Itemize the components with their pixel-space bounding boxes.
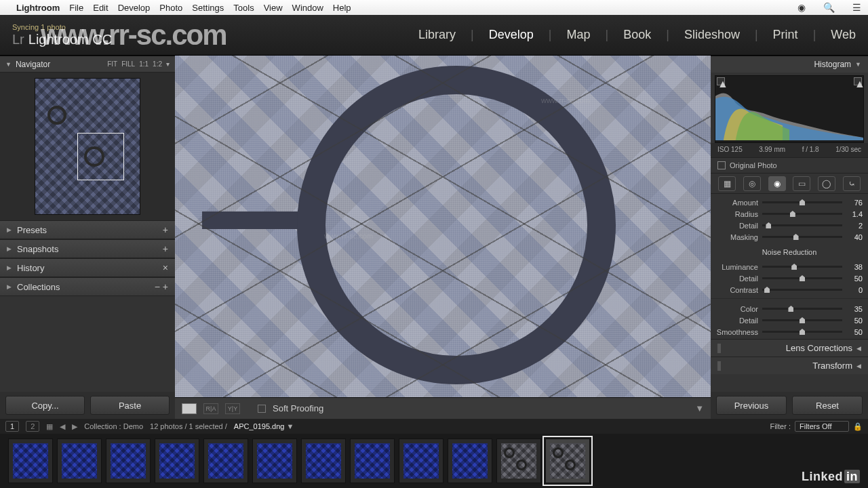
primary-display-button[interactable]: 1 (5, 421, 19, 432)
zoom-menu-icon[interactable]: ▾ (166, 60, 170, 68)
nav-back-icon[interactable]: ◀ (60, 422, 65, 431)
zoom-ratio[interactable]: 1:2 (153, 60, 162, 68)
module-library[interactable]: Library (418, 25, 456, 45)
radial-filter-icon[interactable]: ◯ (818, 176, 835, 191)
menu-edit[interactable]: Edit (93, 3, 108, 13)
cc-status-icon[interactable]: ◉ (797, 2, 806, 13)
menu-view[interactable]: View (264, 3, 283, 13)
menu-window[interactable]: Window (292, 3, 323, 13)
module-book[interactable]: Book (623, 25, 651, 45)
module-web[interactable]: Web (831, 25, 856, 45)
menu-file[interactable]: File (69, 3, 83, 13)
slider-noise-contrast[interactable]: Contrast0 (716, 284, 863, 296)
previous-button[interactable]: Previous (716, 396, 787, 415)
lens-corrections-panel[interactable]: Lens Corrections◀ (711, 339, 868, 357)
slider-colornr-detail[interactable]: Detail50 (716, 314, 863, 326)
slider-sharpen-masking[interactable]: Masking40 (716, 231, 863, 243)
slider-sharpen-detail[interactable]: Detail2 (716, 220, 863, 231)
linkedin-watermark: Linkedin (802, 470, 860, 484)
filmstrip-thumb[interactable] (8, 439, 53, 483)
filmstrip: 1 2 ▦ ◀ ▶ Collection : Demo 12 photos / … (0, 419, 868, 488)
identity-plate: Syncing 1 photo LrLightroom CC (12, 24, 112, 46)
chevron-right-icon: ▶ (7, 245, 12, 252)
slider-colornr-color[interactable]: Color35 (716, 303, 863, 314)
filter-lock-icon[interactable]: 🔒 (853, 422, 863, 431)
left-section-presets[interactable]: ▶Presets+ (0, 220, 175, 239)
copy-settings-button[interactable]: Copy... (5, 396, 85, 415)
navigator-title: Navigator (16, 60, 50, 69)
crop-tool-icon[interactable]: ▦ (718, 176, 736, 191)
filmstrip-thumb[interactable] (155, 439, 199, 483)
mac-menubar: Lightroom File Edit Develop Photo Settin… (0, 0, 868, 15)
filmstrip-thumb[interactable] (203, 439, 248, 483)
secondary-display-button[interactable]: 2 (26, 421, 39, 432)
soft-proofing-checkbox[interactable] (258, 405, 266, 413)
menu-app[interactable]: Lightroom (16, 3, 60, 13)
brush-tool-icon[interactable]: ⤿ (843, 176, 861, 191)
filename-label: APC_0195.dng (234, 422, 285, 430)
module-map[interactable]: Map (566, 25, 590, 45)
zoom-fill[interactable]: FILL (121, 60, 135, 68)
zoom-1to1[interactable]: 1:1 (139, 60, 149, 68)
filmstrip-thumb[interactable] (496, 439, 541, 483)
filter-preset-dropdown[interactable]: Filters Off (795, 421, 849, 432)
navigator-preview[interactable] (0, 73, 175, 220)
slider-noise-luminance[interactable]: Luminance38 (716, 261, 863, 272)
histogram-graph[interactable]: ▲ ▲ (715, 75, 864, 143)
develop-tool-strip: ▦ ◎ ◉ ▭ ◯ ⤿ (711, 174, 868, 194)
slider-colornr-smoothness[interactable]: Smoothness50 (716, 326, 863, 338)
spot-tool-icon[interactable]: ◎ (743, 176, 761, 191)
left-section-collections[interactable]: ▶Collections− + (0, 277, 175, 296)
navigator-header[interactable]: ▼ Navigator FIT FILL 1:1 1:2 ▾ (0, 56, 175, 73)
filmstrip-thumb[interactable] (448, 439, 492, 483)
filmstrip-thumb[interactable] (252, 439, 297, 483)
left-panel: ▼ Navigator FIT FILL 1:1 1:2 ▾ ▶Presets+… (0, 56, 175, 419)
menu-develop[interactable]: Develop (118, 3, 151, 13)
image-canvas[interactable]: www.rr-sc.com www.rr-sc.com (175, 56, 711, 397)
zoom-fit[interactable]: FIT (107, 60, 117, 68)
menu-extras-icon[interactable]: ☰ (852, 2, 861, 13)
toolbar-menu-icon[interactable]: ▼ (695, 403, 704, 413)
slider-sharpen-radius[interactable]: Radius1.4 (716, 208, 863, 220)
before-after-tb-icon[interactable]: Y|Y (225, 403, 240, 414)
histogram-header[interactable]: Histogram▼ (711, 56, 868, 73)
menu-tools[interactable]: Tools (233, 3, 254, 13)
original-photo-label: Original Photo (730, 161, 777, 169)
menu-photo[interactable]: Photo (159, 3, 182, 13)
slider-noise-detail[interactable]: Detail50 (716, 272, 863, 284)
transform-panel[interactable]: Transform◀ (711, 357, 868, 374)
grad-filter-icon[interactable]: ▭ (793, 176, 810, 191)
nav-fwd-icon[interactable]: ▶ (72, 422, 77, 431)
module-print[interactable]: Print (773, 25, 798, 45)
left-section-snapshots[interactable]: ▶Snapshots+ (0, 239, 175, 258)
filmstrip-thumb[interactable] (399, 439, 443, 483)
count-label: 12 photos / 1 selected / (150, 422, 227, 430)
module-picker-bar: Syncing 1 photo LrLightroom CC Library| … (0, 15, 868, 56)
before-after-lr-icon[interactable]: R|A (203, 403, 218, 414)
redeye-tool-icon[interactable]: ◉ (768, 176, 786, 191)
filmstrip-thumb[interactable] (350, 439, 395, 483)
spotlight-icon[interactable]: 🔍 (823, 2, 835, 13)
menu-settings[interactable]: Settings (192, 3, 224, 13)
exif-iso: ISO 125 (717, 146, 743, 153)
menu-help[interactable]: Help (333, 3, 351, 13)
disclosure-triangle-icon: ▼ (5, 61, 12, 68)
chevron-right-icon: ▶ (7, 283, 12, 290)
source-label[interactable]: Collection : Demo (84, 422, 143, 430)
filmstrip-thumb[interactable] (106, 439, 151, 483)
grid-view-icon[interactable]: ▦ (46, 422, 53, 431)
filmstrip-thumbs[interactable] (0, 434, 868, 488)
left-section-history[interactable]: ▶History× (0, 258, 175, 277)
slider-sharpen-amount[interactable]: Amount76 (716, 197, 863, 208)
module-slideshow[interactable]: Slideshow (684, 25, 740, 45)
loupe-view-icon[interactable] (182, 403, 197, 414)
module-develop[interactable]: Develop (489, 25, 534, 45)
soft-proofing-label: Soft Proofing (273, 403, 323, 413)
original-photo-checkbox[interactable] (717, 161, 726, 169)
filmstrip-thumb[interactable] (545, 439, 590, 483)
filmstrip-thumb[interactable] (301, 439, 346, 483)
right-panel: Histogram▼ ▲ ▲ ISO 125 3.99 mm f / 1.8 1… (711, 56, 868, 419)
filmstrip-thumb[interactable] (57, 439, 102, 483)
reset-button[interactable]: Reset (792, 396, 863, 415)
paste-settings-button[interactable]: Paste (90, 396, 170, 415)
